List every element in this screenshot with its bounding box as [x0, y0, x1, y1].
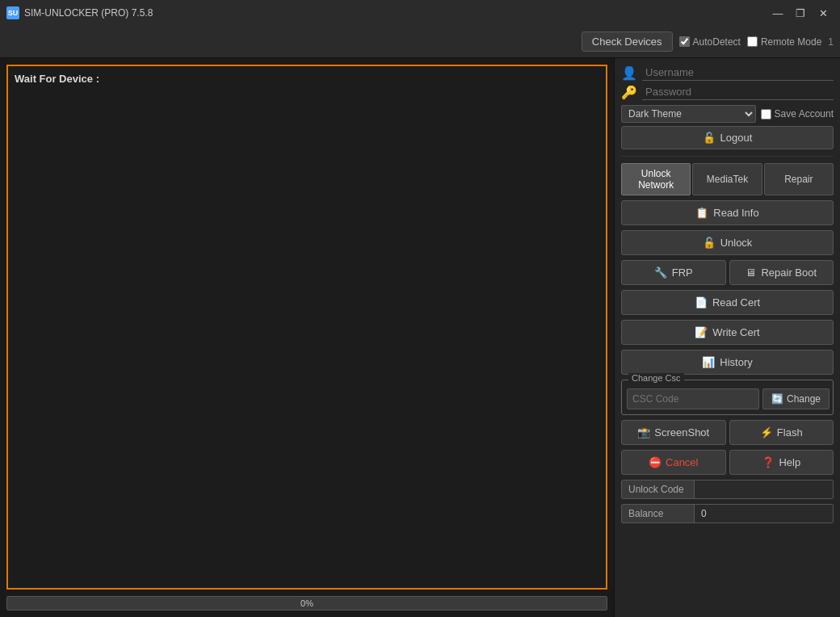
progress-bar-container: 0% [6, 596, 607, 611]
read-cert-icon: 📄 [695, 296, 708, 308]
read-info-icon: 📋 [695, 207, 708, 219]
unlock-code-row: Unlock Code [621, 480, 834, 499]
screenshot-flash-row: 📸 ScreenShot ⚡ Flash [621, 420, 834, 445]
title-bar: SU SIM-UNLOCKER (PRO) 7.5.8 — ❐ ✕ [0, 0, 840, 26]
remote-mode-checkbox[interactable] [747, 36, 758, 47]
unlock-label: Unlock [720, 237, 753, 249]
logout-icon: 🔓 [703, 132, 716, 144]
balance-row: Balance 0 [621, 504, 834, 523]
left-panel: Wait For Device : 0% [0, 58, 614, 617]
close-button[interactable]: ✕ [813, 5, 834, 21]
frp-button[interactable]: 🔧 FRP [621, 260, 726, 285]
csc-group-label: Change Csc [628, 373, 684, 383]
save-account-label: Save Account [775, 108, 834, 120]
auto-detect-label: AutoDetect [693, 36, 741, 48]
tab-unlock-network[interactable]: Unlock Network [621, 163, 691, 195]
write-cert-label: Write Cert [712, 326, 759, 338]
divider-1 [621, 156, 834, 157]
app-icon: SU [6, 6, 19, 19]
csc-code-input[interactable] [627, 388, 759, 409]
unlock-icon: 🔓 [703, 237, 716, 249]
username-row: 👤 [621, 65, 834, 81]
toolbar-counter: 1 [828, 36, 834, 48]
flash-button[interactable]: ⚡ Flash [729, 420, 834, 445]
screenshot-button[interactable]: 📸 ScreenShot [621, 420, 726, 445]
flash-icon: ⚡ [760, 426, 773, 439]
csc-row: 🔄 Change [627, 388, 828, 409]
right-panel: 👤 🔑 Dark Theme Save Account 🔓 Logout [614, 58, 840, 617]
csc-change-label: Change [787, 393, 821, 405]
frp-icon: 🔧 [654, 267, 667, 279]
tab-repair[interactable]: Repair [764, 163, 834, 195]
tab-mediatek[interactable]: MediaTek [692, 163, 762, 195]
save-account-checkbox[interactable] [761, 109, 771, 120]
screenshot-icon: 📸 [637, 426, 650, 439]
read-info-label: Read Info [713, 207, 758, 219]
repair-boot-button[interactable]: 🖥 Repair Boot [729, 260, 834, 285]
frp-label: FRP [672, 267, 693, 279]
toolbar: Check Devices AutoDetect Remote Mode 1 [0, 26, 840, 58]
tabs: Unlock Network MediaTek Repair [621, 163, 834, 195]
unlock-code-label: Unlock Code [622, 481, 695, 498]
check-devices-button[interactable]: Check Devices [582, 31, 673, 52]
write-cert-button[interactable]: 📝 Write Cert [621, 320, 834, 345]
frp-repair-row: 🔧 FRP 🖥 Repair Boot [621, 260, 834, 285]
user-icon: 👤 [621, 65, 637, 81]
auto-detect-checkbox[interactable] [679, 36, 690, 47]
cancel-button[interactable]: ⛔ Cancel [621, 450, 726, 475]
help-label: Help [779, 456, 800, 468]
read-cert-label: Read Cert [712, 296, 760, 308]
main-layout: Wait For Device : 0% 👤 🔑 Dark Theme [0, 58, 840, 617]
screenshot-label: ScreenShot [654, 426, 709, 439]
auto-detect-option: AutoDetect [679, 36, 741, 48]
theme-select[interactable]: Dark Theme [621, 105, 756, 123]
read-info-button[interactable]: 📋 Read Info [621, 200, 834, 225]
balance-label: Balance [622, 505, 695, 523]
balance-value: 0 [695, 505, 833, 523]
password-input[interactable] [642, 84, 834, 100]
help-button[interactable]: ❓ Help [729, 450, 834, 475]
remote-mode-label: Remote Mode [761, 36, 821, 48]
password-row: 🔑 [621, 84, 834, 100]
window-controls: — ❐ ✕ [767, 5, 834, 21]
help-icon: ❓ [762, 456, 775, 468]
csc-change-button[interactable]: 🔄 Change [762, 388, 830, 409]
csc-group: Change Csc 🔄 Change [621, 380, 834, 415]
history-button[interactable]: 📊 History [621, 350, 834, 375]
repair-boot-label: Repair Boot [761, 267, 817, 279]
history-icon: 📊 [702, 356, 715, 368]
read-cert-button[interactable]: 📄 Read Cert [621, 290, 834, 315]
progress-label: 0% [300, 598, 313, 608]
remote-mode-option: Remote Mode [747, 36, 821, 48]
unlock-code-input[interactable] [695, 481, 833, 498]
history-label: History [720, 356, 752, 368]
device-area: Wait For Device : [6, 65, 607, 590]
cancel-label: Cancel [666, 456, 698, 468]
wait-for-device-text: Wait For Device : [15, 73, 99, 85]
key-icon: 🔑 [621, 85, 637, 100]
app-title: SIM-UNLOCKER (PRO) 7.5.8 [24, 7, 767, 19]
theme-row: Dark Theme Save Account [621, 105, 834, 123]
account-section: 👤 🔑 Dark Theme Save Account 🔓 Logout [621, 65, 834, 149]
unlock-button[interactable]: 🔓 Unlock [621, 230, 834, 255]
logout-button[interactable]: 🔓 Logout [621, 126, 834, 149]
logout-label: Logout [720, 132, 753, 144]
username-input[interactable] [642, 65, 834, 81]
minimize-button[interactable]: — [767, 5, 788, 21]
cancel-icon: ⛔ [649, 456, 662, 468]
flash-label: Flash [777, 426, 803, 439]
csc-change-icon: 🔄 [771, 393, 783, 405]
maximize-button[interactable]: ❐ [790, 5, 811, 21]
cancel-help-row: ⛔ Cancel ❓ Help [621, 450, 834, 475]
write-cert-icon: 📝 [695, 326, 708, 338]
repair-boot-icon: 🖥 [746, 267, 756, 279]
save-account-row: Save Account [761, 108, 834, 120]
